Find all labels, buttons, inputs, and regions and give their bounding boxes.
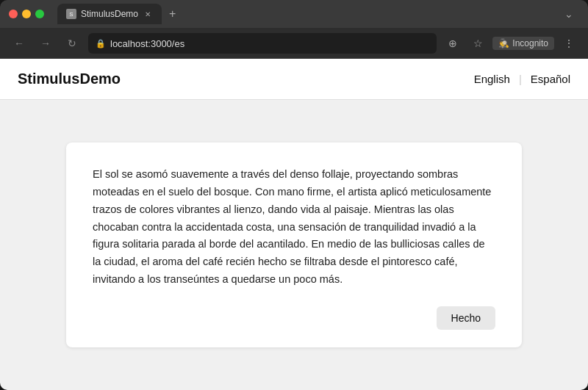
english-language-link[interactable]: English xyxy=(474,73,510,85)
close-button[interactable] xyxy=(9,10,18,18)
spanish-language-link[interactable]: Español xyxy=(531,73,570,85)
browser-toolbar: ← → ↻ 🔒 localhost:3000/es ⊕ ☆ 🕵 Incognit… xyxy=(0,28,588,59)
tab-favicon: S xyxy=(66,9,76,19)
tab-close-icon[interactable]: ✕ xyxy=(143,9,153,19)
card-footer: Hecho xyxy=(93,306,495,330)
content-card: El sol se asomó suavemente a través del … xyxy=(66,142,522,347)
incognito-label: Incognito xyxy=(512,38,548,48)
toolbar-actions: ⊕ ☆ 🕵 Incognito ⋮ xyxy=(442,33,579,54)
app-header: StimulusDemo English | Español xyxy=(0,59,588,100)
page-content: StimulusDemo English | Español El sol se… xyxy=(0,59,588,390)
lang-divider: | xyxy=(519,73,522,85)
lock-icon: 🔒 xyxy=(96,39,106,48)
browser-menu-icon[interactable]: ⌄ xyxy=(559,4,579,24)
tab-bar: S StimulusDemo ✕ + xyxy=(57,4,553,24)
zoom-icon[interactable]: ⊕ xyxy=(442,33,463,54)
incognito-badge: 🕵 Incognito xyxy=(492,37,554,50)
minimize-button[interactable] xyxy=(22,10,31,18)
traffic-lights xyxy=(9,10,44,18)
address-bar[interactable]: 🔒 localhost:3000/es xyxy=(88,33,437,54)
new-tab-button[interactable]: + xyxy=(166,7,179,21)
back-button[interactable]: ← xyxy=(9,33,29,54)
done-button[interactable]: Hecho xyxy=(437,306,495,330)
body-text: El sol se asomó suavemente a través del … xyxy=(93,166,495,289)
incognito-hat-icon: 🕵 xyxy=(498,38,509,48)
maximize-button[interactable] xyxy=(35,10,44,18)
url-text: localhost:3000/es xyxy=(110,38,184,49)
language-nav: English | Español xyxy=(474,73,570,85)
browser-titlebar: S StimulusDemo ✕ + ⌄ xyxy=(0,0,588,28)
app-title: StimulusDemo xyxy=(18,71,474,87)
page-main: El sol se asomó suavemente a través del … xyxy=(0,100,588,390)
active-tab[interactable]: S StimulusDemo ✕ xyxy=(57,4,162,24)
tab-title: StimulusDemo xyxy=(81,9,138,19)
browser-window: S StimulusDemo ✕ + ⌄ ← → ↻ 🔒 localhost:3… xyxy=(0,0,588,390)
bookmark-icon[interactable]: ☆ xyxy=(467,33,488,54)
forward-button[interactable]: → xyxy=(35,33,56,54)
more-options-icon[interactable]: ⋮ xyxy=(559,33,579,54)
reload-button[interactable]: ↻ xyxy=(62,33,82,54)
